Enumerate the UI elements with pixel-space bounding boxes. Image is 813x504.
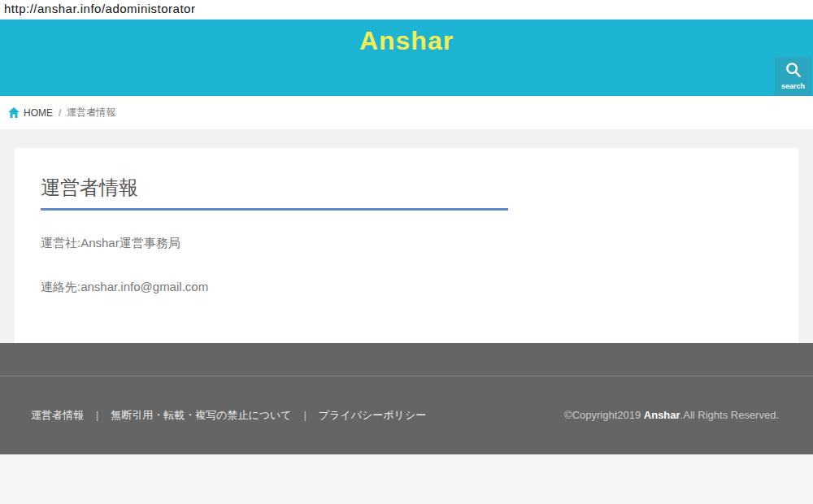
contact-email-line: 連絡先:anshar.info@gmail.com — [41, 280, 772, 295]
footer-bottom-band: 運営者情報 | 無断引用・転載・複写の禁止について | プライバシーポリシー ©… — [0, 376, 813, 454]
content-card: 運営者情報 運営社:Anshar運営事務局 連絡先:anshar.info@gm… — [15, 148, 798, 343]
footer-link-separator: | — [96, 410, 98, 421]
footer-link-no-reproduction[interactable]: 無断引用・転載・複写の禁止について — [111, 408, 292, 423]
home-icon — [8, 107, 20, 118]
footer-link-separator: | — [304, 410, 307, 421]
bottom-spacer — [0, 454, 813, 504]
site-header: Anshar search — [0, 20, 813, 96]
breadcrumb-separator: / — [59, 107, 61, 119]
main-background: 運営者情報 運営社:Anshar運営事務局 連絡先:anshar.info@gm… — [0, 129, 813, 343]
copyright-prefix: ©Copyright2019 — [564, 409, 644, 421]
search-button-label: search — [781, 82, 805, 90]
breadcrumb-current-page: 運営者情報 — [67, 106, 115, 119]
page-title: 運営者情報 — [41, 176, 772, 200]
copyright-suffix: .All Rights Reserved. — [680, 409, 779, 421]
page: http://anshar.info/adoministorator Ansha… — [0, 0, 813, 504]
url-bar[interactable]: http://anshar.info/adoministorator — [0, 0, 813, 20]
copyright-notice: ©Copyright2019 Anshar.All Rights Reserve… — [564, 409, 779, 421]
footer-top-band — [0, 343, 813, 376]
search-button[interactable]: search — [775, 57, 811, 96]
breadcrumb-home-link[interactable]: HOME — [24, 107, 53, 119]
site-footer: 運営者情報 | 無断引用・転載・複写の禁止について | プライバシーポリシー ©… — [0, 343, 813, 454]
footer-link-operator-info[interactable]: 運営者情報 — [31, 408, 84, 423]
breadcrumb: HOME / 運営者情報 — [0, 96, 813, 129]
footer-nav: 運営者情報 | 無断引用・転載・複写の禁止について | プライバシーポリシー — [31, 408, 426, 423]
footer-link-privacy-policy[interactable]: プライバシーポリシー — [319, 408, 426, 423]
title-underline — [41, 208, 508, 211]
magnifier-icon — [785, 61, 802, 81]
operator-company-line: 運営社:Anshar運営事務局 — [41, 236, 772, 251]
site-logo[interactable]: Anshar — [0, 20, 813, 56]
copyright-brand: Anshar — [644, 409, 680, 421]
